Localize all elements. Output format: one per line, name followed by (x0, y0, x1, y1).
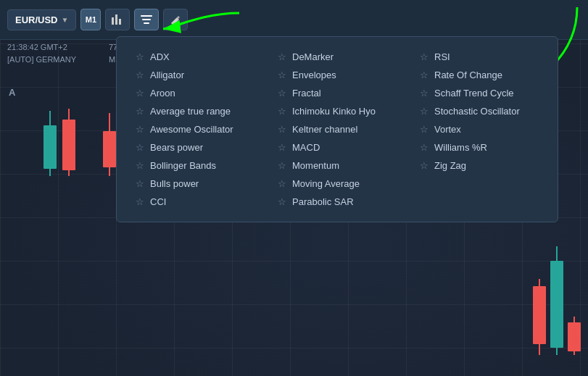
star-ichimoku[interactable]: ☆ (278, 106, 286, 117)
star-bears[interactable]: ☆ (136, 142, 144, 153)
candle-3 (103, 113, 116, 176)
indicator-atr[interactable]: ☆ Average true range (131, 102, 259, 120)
candle-r1 (533, 279, 546, 355)
indicator-awesome-label: Awesome Oscillator (150, 124, 233, 135)
star-bollinger[interactable]: ☆ (136, 160, 144, 171)
indicator-rsi-label: RSI (434, 51, 450, 62)
star-parabolic[interactable]: ☆ (278, 196, 286, 207)
indicator-williams[interactable]: ☆ Williams %R (415, 138, 543, 156)
star-rsi[interactable]: ☆ (420, 51, 428, 62)
indicator-awesome[interactable]: ☆ Awesome Oscillator (131, 120, 259, 138)
candle-1 (44, 111, 57, 176)
star-alligator[interactable]: ☆ (136, 70, 144, 80)
indicator-keltner[interactable]: ☆ Keltner channel (273, 120, 401, 138)
indicator-parabolic-label: Parabolic SAR (292, 196, 354, 207)
chart-type-button[interactable] (105, 9, 130, 30)
indicator-bears[interactable]: ☆ Bears power (131, 138, 259, 156)
symbol-selector[interactable]: EUR/USD ▼ (7, 9, 76, 30)
indicator-parabolic[interactable]: ☆ Parabolic SAR (273, 193, 401, 211)
indicator-bollinger-label: Bollinger Bands (150, 160, 216, 171)
timeframe-m1-button[interactable]: M1 (80, 9, 101, 30)
indicator-envelopes[interactable]: ☆ Envelopes (273, 66, 401, 84)
indicator-bollinger[interactable]: ☆ Bollinger Bands (131, 156, 259, 175)
indicator-schaff-label: Schaff Trend Cycle (434, 88, 514, 99)
symbol-label: EUR/USD (15, 14, 58, 25)
candle-r2 (550, 246, 563, 355)
mode-display: [AUTO] GERMANY (7, 54, 76, 66)
indicator-moving-avg[interactable]: ☆ Moving Average (273, 175, 401, 193)
a-label: A (9, 87, 15, 98)
indicator-adx[interactable]: ☆ ADX (131, 48, 259, 66)
star-macd[interactable]: ☆ (278, 142, 286, 153)
info-bar: 21:38:42 GMT+2 [AUTO] GERMANY 77 MS (7, 41, 76, 65)
dropdown-col-2: ☆ DeMarker ☆ Envelopes ☆ Fractal ☆ Ichim… (266, 48, 408, 211)
star-williams[interactable]: ☆ (420, 142, 428, 153)
indicator-cci-label: CCI (150, 196, 166, 207)
m1-label: M1 (86, 15, 96, 24)
indicator-ichimoku[interactable]: ☆ Ichimoku Kinko Hyo (273, 102, 401, 120)
indicator-fractal[interactable]: ☆ Fractal (273, 84, 401, 102)
indicator-ichimoku-label: Ichimoku Kinko Hyo (292, 106, 376, 117)
indicator-keltner-label: Keltner channel (292, 124, 357, 135)
candle-2 (62, 109, 75, 176)
star-stochastic[interactable]: ☆ (420, 106, 428, 117)
indicator-aroon[interactable]: ☆ Aroon (131, 84, 259, 102)
indicator-momentum[interactable]: ☆ Momentum (273, 156, 401, 175)
indicator-vortex[interactable]: ☆ Vortex (415, 120, 543, 138)
indicator-stochastic[interactable]: ☆ Stochastic Oscillator (415, 102, 543, 120)
bar-chart-icon (112, 14, 123, 25)
svg-rect-3 (141, 15, 152, 17)
star-moving-avg[interactable]: ☆ (278, 178, 286, 189)
star-cci[interactable]: ☆ (136, 196, 144, 207)
indicator-aroon-label: Aroon (150, 88, 175, 99)
indicator-adx-label: ADX (150, 51, 170, 62)
draw-button[interactable] (163, 9, 188, 30)
svg-rect-5 (144, 22, 149, 24)
svg-rect-1 (115, 14, 117, 25)
star-schaff[interactable]: ☆ (420, 88, 428, 99)
star-adx[interactable]: ☆ (136, 51, 144, 62)
svg-rect-4 (142, 19, 151, 20)
indicator-bulls-label: Bulls power (150, 178, 199, 189)
dropdown-col-1: ☆ ADX ☆ Alligator ☆ Aroon ☆ Average true… (124, 48, 266, 211)
time-display: 21:38:42 GMT+2 (7, 41, 76, 54)
star-fractal[interactable]: ☆ (278, 88, 286, 99)
indicator-schaff[interactable]: ☆ Schaff Trend Cycle (415, 84, 543, 102)
star-bulls[interactable]: ☆ (136, 178, 144, 189)
svg-rect-0 (112, 17, 114, 25)
candlesticks-right (533, 246, 581, 355)
star-demarker[interactable]: ☆ (278, 51, 286, 62)
star-envelopes[interactable]: ☆ (278, 70, 286, 80)
star-roc[interactable]: ☆ (420, 70, 428, 80)
indicator-rsi[interactable]: ☆ RSI (415, 48, 543, 66)
indicator-fractal-label: Fractal (292, 88, 321, 99)
dropdown-col-3: ☆ RSI ☆ Rate Of Change ☆ Schaff Trend Cy… (408, 48, 550, 211)
star-momentum[interactable]: ☆ (278, 160, 286, 171)
symbol-chevron: ▼ (62, 16, 69, 24)
indicator-vortex-label: Vortex (434, 124, 461, 135)
indicator-demarker[interactable]: ☆ DeMarker (273, 48, 401, 66)
indicator-bulls[interactable]: ☆ Bulls power (131, 175, 259, 193)
indicator-macd-label: MACD (292, 142, 320, 153)
star-keltner[interactable]: ☆ (278, 124, 286, 135)
indicator-alligator[interactable]: ☆ Alligator (131, 66, 259, 84)
indicator-roc[interactable]: ☆ Rate Of Change (415, 66, 543, 84)
svg-rect-2 (119, 19, 121, 25)
indicator-envelopes-label: Envelopes (292, 70, 336, 80)
indicator-zigzag-label: Zig Zag (434, 160, 466, 171)
star-aroon[interactable]: ☆ (136, 88, 144, 99)
star-awesome[interactable]: ☆ (136, 124, 144, 135)
indicator-roc-label: Rate Of Change (434, 70, 502, 80)
indicator-zigzag[interactable]: ☆ Zig Zag (415, 156, 543, 175)
star-zigzag[interactable]: ☆ (420, 160, 428, 171)
indicator-momentum-label: Momentum (292, 160, 339, 171)
candle-r3 (568, 317, 581, 355)
toolbar: EUR/USD ▼ M1 (0, 0, 588, 40)
indicator-williams-label: Williams %R (434, 142, 487, 153)
indicators-button[interactable] (134, 9, 159, 30)
indicator-macd[interactable]: ☆ MACD (273, 138, 401, 156)
star-atr[interactable]: ☆ (136, 106, 144, 117)
indicator-cci[interactable]: ☆ CCI (131, 193, 259, 211)
indicator-demarker-label: DeMarker (292, 51, 334, 62)
star-vortex[interactable]: ☆ (420, 124, 428, 135)
